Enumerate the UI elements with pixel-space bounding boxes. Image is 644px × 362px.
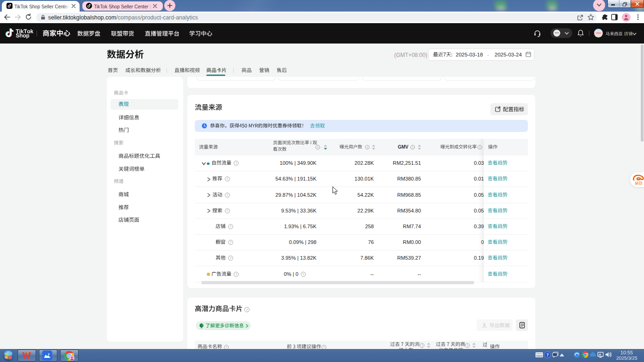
svg-text:?: ? (229, 241, 231, 244)
svg-text:?: ? (246, 308, 248, 312)
svg-text:?: ? (303, 273, 304, 276)
svg-text:?: ? (235, 162, 237, 165)
svg-text:?: ? (412, 145, 414, 149)
svg-text:?: ? (546, 352, 549, 357)
svg-text:?: ? (421, 344, 423, 347)
svg-text:?: ? (229, 257, 231, 260)
svg-text:?: ? (323, 346, 325, 349)
svg-text:?: ? (466, 344, 468, 347)
svg-text:?: ? (317, 145, 319, 149)
svg-text:?: ? (235, 273, 237, 276)
svg-text:?: ? (366, 145, 368, 149)
svg-text:?: ? (225, 346, 227, 349)
svg-text:?: ? (226, 209, 228, 212)
svg-text:?: ? (226, 193, 228, 197)
svg-text:?: ? (229, 225, 231, 228)
svg-text:?: ? (226, 178, 228, 181)
